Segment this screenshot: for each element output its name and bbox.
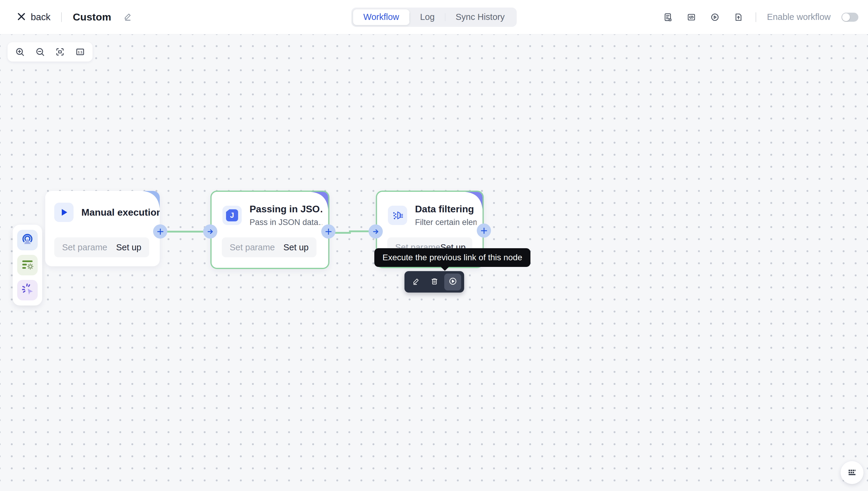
input-arrow-port[interactable] [203,224,217,238]
enable-workflow-label: Enable workflow [767,12,831,22]
add-process-node-button[interactable] [17,255,38,276]
rename-button[interactable] [123,12,132,22]
tab-sync-history[interactable]: Sync History [445,9,515,25]
param-bar: Set parame Set up [222,237,316,257]
add-action-node-button[interactable] [17,280,38,300]
play-icon [54,203,73,222]
input-arrow-port[interactable] [369,224,383,238]
setup-link[interactable]: Set up [283,242,309,253]
add-next-node-button[interactable] [321,224,336,238]
add-next-node-button[interactable] [477,224,491,238]
fit-view-button[interactable] [53,45,67,59]
tab-log[interactable]: Log [410,9,445,25]
delete-node-button[interactable] [426,273,443,290]
node-title: Manual execution [82,207,160,218]
actual-size-button[interactable]: 1:1 [73,45,87,59]
tooltip: Execute the previous link of this node [374,248,530,267]
execute-icon [448,277,457,287]
node-subtitle: Pass in JSON data… [250,218,322,227]
node-palette [13,225,42,306]
param-label: Set parame [62,242,107,253]
trigger-node-icon [20,232,35,248]
node-manual-execution[interactable]: Manual execution Set parame Set up [45,191,160,266]
keyboard-icon [847,467,857,478]
keyboard-shortcuts-button[interactable] [841,461,864,484]
param-label: Set parame [230,242,275,253]
svg-text:1:1: 1:1 [78,50,83,54]
setup-link[interactable]: Set up [116,242,141,253]
execute-node-button[interactable] [444,273,461,290]
workflow-title: Custom [73,11,111,23]
execution-log-button[interactable] [661,11,674,24]
export-button[interactable] [732,11,745,24]
zoom-in-button[interactable] [13,45,27,59]
param-bar: Set parame Set up [54,237,149,257]
json-badge: J [226,209,238,221]
action-node-icon [20,282,35,298]
data-filter-icon [388,206,407,225]
pencil-icon [123,12,132,22]
node-title: Data filtering [415,204,476,215]
add-trigger-node-button[interactable] [17,230,38,250]
back-label: back [31,12,50,23]
run-workflow-button[interactable] [709,11,721,24]
edit-node-button[interactable] [407,273,424,290]
add-next-node-button[interactable] [153,224,167,238]
close-icon [16,11,27,23]
node-action-toolbar [404,271,464,293]
view-tabs: Workflow Log Sync History [351,7,517,27]
header-divider [61,12,62,22]
node-passing-in-json[interactable]: J Passing in JSO… Pass in JSON data… Set… [210,191,330,269]
delete-icon [430,277,438,287]
process-node-icon [20,257,35,273]
enable-workflow-toggle[interactable] [841,13,858,22]
canvas-zoom-toolbar: 1:1 [7,42,93,61]
zoom-out-button[interactable] [33,45,47,59]
edit-icon [412,277,420,287]
toggle-knob [842,13,850,21]
header-divider [755,12,756,22]
workflow-canvas[interactable]: 1:1 [0,34,868,491]
code-view-button[interactable] [685,11,698,24]
top-bar: back Custom Workflow Log Sync History [0,0,868,34]
json-file-icon: J [222,206,242,225]
node-subtitle: Filter certain elem… [415,218,476,227]
node-title: Passing in JSO… [250,204,322,215]
back-button[interactable]: back [16,11,50,23]
tab-workflow[interactable]: Workflow [353,9,410,25]
